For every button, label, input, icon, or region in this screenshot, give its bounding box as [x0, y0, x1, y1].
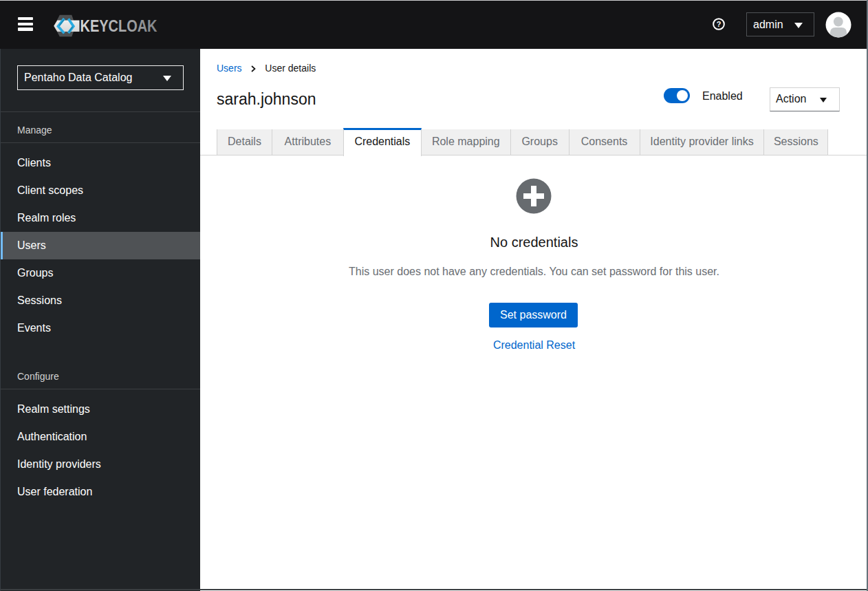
- svg-text:KEYCLOAK: KEYCLOAK: [80, 17, 158, 35]
- svg-text:?: ?: [717, 20, 721, 28]
